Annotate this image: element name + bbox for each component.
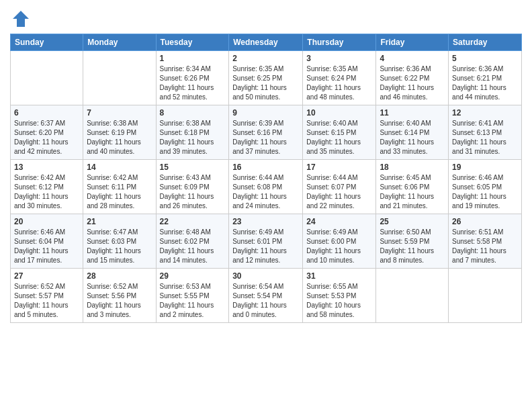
calendar-cell: 6Sunrise: 6:37 AM Sunset: 6:20 PM Daylig… xyxy=(11,105,83,160)
day-detail: Sunrise: 6:46 AM Sunset: 6:04 PM Dayligh… xyxy=(14,228,79,265)
calendar-cell: 16Sunrise: 6:44 AM Sunset: 6:08 PM Dayli… xyxy=(229,160,303,214)
day-number: 19 xyxy=(452,163,518,172)
calendar-cell: 28Sunrise: 6:52 AM Sunset: 5:56 PM Dayli… xyxy=(83,269,156,323)
day-number: 4 xyxy=(380,54,445,63)
calendar-cell: 23Sunrise: 6:49 AM Sunset: 6:01 PM Dayli… xyxy=(229,214,303,269)
calendar: SundayMondayTuesdayWednesdayThursdayFrid… xyxy=(10,34,522,323)
day-detail: Sunrise: 6:36 AM Sunset: 6:22 PM Dayligh… xyxy=(380,64,445,102)
day-detail: Sunrise: 6:35 AM Sunset: 6:24 PM Dayligh… xyxy=(306,64,372,102)
calendar-cell: 12Sunrise: 6:41 AM Sunset: 6:13 PM Dayli… xyxy=(449,105,522,160)
day-number: 23 xyxy=(232,217,299,226)
calendar-cell: 29Sunrise: 6:53 AM Sunset: 5:55 PM Dayli… xyxy=(156,269,229,323)
day-number: 5 xyxy=(452,54,518,63)
week-row-1: 6Sunrise: 6:37 AM Sunset: 6:20 PM Daylig… xyxy=(11,105,522,160)
day-detail: Sunrise: 6:46 AM Sunset: 6:05 PM Dayligh… xyxy=(452,173,518,211)
day-number: 26 xyxy=(452,217,518,226)
day-detail: Sunrise: 6:51 AM Sunset: 5:58 PM Dayligh… xyxy=(452,228,518,265)
day-number: 9 xyxy=(232,108,299,118)
day-number: 28 xyxy=(87,271,152,281)
calendar-cell: 13Sunrise: 6:42 AM Sunset: 6:12 PM Dayli… xyxy=(11,160,83,214)
day-number: 20 xyxy=(14,217,79,226)
day-detail: Sunrise: 6:39 AM Sunset: 6:16 PM Dayligh… xyxy=(232,119,299,156)
day-detail: Sunrise: 6:37 AM Sunset: 6:20 PM Dayligh… xyxy=(14,119,79,156)
day-detail: Sunrise: 6:53 AM Sunset: 5:55 PM Dayligh… xyxy=(160,282,226,320)
day-detail: Sunrise: 6:52 AM Sunset: 5:56 PM Dayligh… xyxy=(87,282,152,320)
calendar-cell: 19Sunrise: 6:46 AM Sunset: 6:05 PM Dayli… xyxy=(449,160,522,214)
day-detail: Sunrise: 6:40 AM Sunset: 6:15 PM Dayligh… xyxy=(306,119,372,156)
weekday-header-monday: Monday xyxy=(83,34,156,51)
calendar-cell: 27Sunrise: 6:52 AM Sunset: 5:57 PM Dayli… xyxy=(11,269,83,323)
weekday-header-thursday: Thursday xyxy=(303,34,376,51)
calendar-cell: 20Sunrise: 6:46 AM Sunset: 6:04 PM Dayli… xyxy=(11,214,83,269)
day-detail: Sunrise: 6:45 AM Sunset: 6:06 PM Dayligh… xyxy=(380,173,445,211)
calendar-cell xyxy=(376,269,449,323)
day-number: 16 xyxy=(232,163,299,172)
calendar-cell: 30Sunrise: 6:54 AM Sunset: 5:54 PM Dayli… xyxy=(229,269,303,323)
day-detail: Sunrise: 6:36 AM Sunset: 6:21 PM Dayligh… xyxy=(452,64,518,102)
calendar-cell: 22Sunrise: 6:48 AM Sunset: 6:02 PM Dayli… xyxy=(156,214,229,269)
calendar-cell: 14Sunrise: 6:42 AM Sunset: 6:11 PM Dayli… xyxy=(83,160,156,214)
week-row-2: 13Sunrise: 6:42 AM Sunset: 6:12 PM Dayli… xyxy=(11,160,522,214)
day-number: 25 xyxy=(380,217,445,226)
calendar-cell: 10Sunrise: 6:40 AM Sunset: 6:15 PM Dayli… xyxy=(303,105,376,160)
calendar-cell: 17Sunrise: 6:44 AM Sunset: 6:07 PM Dayli… xyxy=(303,160,376,214)
header xyxy=(10,7,522,28)
calendar-cell: 11Sunrise: 6:40 AM Sunset: 6:14 PM Dayli… xyxy=(376,105,449,160)
day-detail: Sunrise: 6:35 AM Sunset: 6:25 PM Dayligh… xyxy=(232,64,299,102)
calendar-cell xyxy=(83,51,156,105)
day-number: 1 xyxy=(160,54,226,63)
day-number: 15 xyxy=(160,163,226,172)
logo-icon xyxy=(11,9,30,28)
calendar-cell: 15Sunrise: 6:43 AM Sunset: 6:09 PM Dayli… xyxy=(156,160,229,214)
calendar-cell: 7Sunrise: 6:38 AM Sunset: 6:19 PM Daylig… xyxy=(83,105,156,160)
calendar-cell: 3Sunrise: 6:35 AM Sunset: 6:24 PM Daylig… xyxy=(303,51,376,105)
day-detail: Sunrise: 6:49 AM Sunset: 6:00 PM Dayligh… xyxy=(306,228,372,265)
day-detail: Sunrise: 6:47 AM Sunset: 6:03 PM Dayligh… xyxy=(87,228,152,265)
day-number: 2 xyxy=(232,54,299,63)
day-number: 30 xyxy=(232,271,299,281)
day-number: 11 xyxy=(380,108,445,118)
calendar-cell: 25Sunrise: 6:50 AM Sunset: 5:59 PM Dayli… xyxy=(376,214,449,269)
calendar-cell xyxy=(11,51,83,105)
day-detail: Sunrise: 6:44 AM Sunset: 6:07 PM Dayligh… xyxy=(306,173,372,211)
day-number: 7 xyxy=(87,108,152,118)
day-detail: Sunrise: 6:54 AM Sunset: 5:54 PM Dayligh… xyxy=(232,282,299,320)
day-number: 12 xyxy=(452,108,518,118)
day-detail: Sunrise: 6:55 AM Sunset: 5:53 PM Dayligh… xyxy=(306,282,372,320)
page: SundayMondayTuesdayWednesdayThursdayFrid… xyxy=(0,0,532,411)
logo xyxy=(10,9,30,28)
calendar-cell: 21Sunrise: 6:47 AM Sunset: 6:03 PM Dayli… xyxy=(83,214,156,269)
weekday-header-saturday: Saturday xyxy=(449,34,522,51)
svg-marker-0 xyxy=(13,11,29,27)
day-detail: Sunrise: 6:38 AM Sunset: 6:18 PM Dayligh… xyxy=(160,119,226,156)
day-number: 17 xyxy=(306,163,372,172)
week-row-0: 1Sunrise: 6:34 AM Sunset: 6:26 PM Daylig… xyxy=(11,51,522,105)
day-detail: Sunrise: 6:52 AM Sunset: 5:57 PM Dayligh… xyxy=(14,282,79,320)
weekday-header-wednesday: Wednesday xyxy=(229,34,303,51)
day-number: 29 xyxy=(160,271,226,281)
calendar-cell: 18Sunrise: 6:45 AM Sunset: 6:06 PM Dayli… xyxy=(376,160,449,214)
day-detail: Sunrise: 6:44 AM Sunset: 6:08 PM Dayligh… xyxy=(232,173,299,211)
calendar-cell: 8Sunrise: 6:38 AM Sunset: 6:18 PM Daylig… xyxy=(156,105,229,160)
day-number: 18 xyxy=(380,163,445,172)
day-detail: Sunrise: 6:42 AM Sunset: 6:11 PM Dayligh… xyxy=(87,173,152,211)
day-detail: Sunrise: 6:42 AM Sunset: 6:12 PM Dayligh… xyxy=(14,173,79,211)
day-number: 24 xyxy=(306,217,372,226)
calendar-cell: 1Sunrise: 6:34 AM Sunset: 6:26 PM Daylig… xyxy=(156,51,229,105)
day-detail: Sunrise: 6:41 AM Sunset: 6:13 PM Dayligh… xyxy=(452,119,518,156)
weekday-header-tuesday: Tuesday xyxy=(156,34,229,51)
calendar-cell xyxy=(449,269,522,323)
calendar-cell: 2Sunrise: 6:35 AM Sunset: 6:25 PM Daylig… xyxy=(229,51,303,105)
day-detail: Sunrise: 6:49 AM Sunset: 6:01 PM Dayligh… xyxy=(232,228,299,265)
day-detail: Sunrise: 6:50 AM Sunset: 5:59 PM Dayligh… xyxy=(380,228,445,265)
day-detail: Sunrise: 6:48 AM Sunset: 6:02 PM Dayligh… xyxy=(160,228,226,265)
weekday-header-row: SundayMondayTuesdayWednesdayThursdayFrid… xyxy=(11,34,522,51)
calendar-cell: 31Sunrise: 6:55 AM Sunset: 5:53 PM Dayli… xyxy=(303,269,376,323)
day-number: 3 xyxy=(306,54,372,63)
day-number: 14 xyxy=(87,163,152,172)
day-number: 6 xyxy=(14,108,79,118)
week-row-4: 27Sunrise: 6:52 AM Sunset: 5:57 PM Dayli… xyxy=(11,269,522,323)
day-detail: Sunrise: 6:38 AM Sunset: 6:19 PM Dayligh… xyxy=(87,119,152,156)
calendar-cell: 4Sunrise: 6:36 AM Sunset: 6:22 PM Daylig… xyxy=(376,51,449,105)
calendar-cell: 9Sunrise: 6:39 AM Sunset: 6:16 PM Daylig… xyxy=(229,105,303,160)
